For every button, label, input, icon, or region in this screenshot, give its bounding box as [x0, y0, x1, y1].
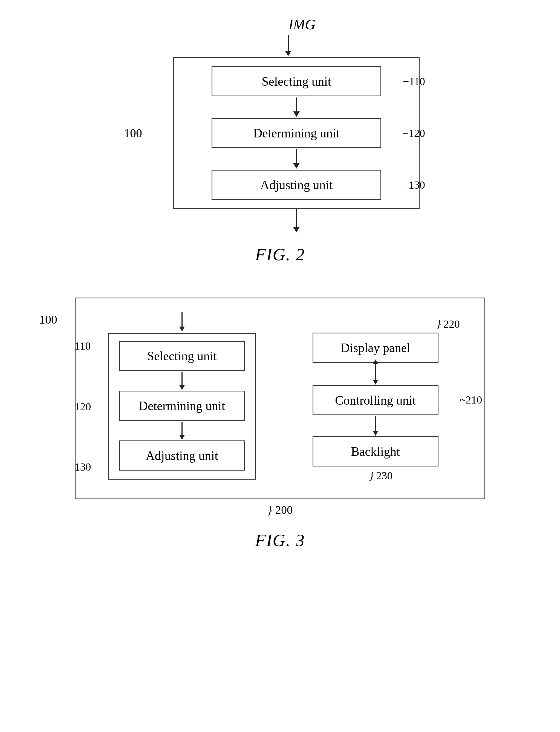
arrow-1-fig2 [296, 97, 297, 113]
main-container: IMG 100 Selecting unit −110 [34, 16, 526, 551]
adjusting-unit-box-fig2: Adjusting unit [212, 170, 381, 200]
label-100-fig2: 100 [124, 126, 142, 140]
display-panel-box: Display panel [313, 333, 438, 363]
label-220-fig3: 220 [443, 318, 460, 330]
label-200-fig3: 200 [275, 503, 293, 517]
fig3-outer-box: 110 120 130 Selecting unit [75, 298, 485, 499]
fig3-left-inner-box: 110 120 130 Selecting unit [108, 333, 256, 480]
bracket-200: } [267, 503, 272, 517]
bracket-220: } [436, 318, 441, 330]
fig2-caption: FIG. 2 [255, 244, 305, 265]
label-210-fig3: ~210 [460, 393, 482, 406]
bottom-arrow-fig2 [296, 209, 297, 228]
selecting-unit-box-fig2: Selecting unit [212, 66, 381, 96]
arrow-sel-det [181, 372, 183, 386]
fig2-diagram: IMG 100 Selecting unit −110 [34, 16, 526, 265]
ctrl-to-backlight-arrow [375, 416, 376, 431]
label-110-fig2: −110 [403, 75, 425, 88]
label-130-fig3: 130 [75, 460, 91, 473]
selecting-unit-box-fig3: Selecting unit [119, 341, 245, 371]
fig3-input-arrow [181, 312, 183, 327]
img-label: IMG [288, 16, 315, 33]
label-230-fig3: 230 [376, 469, 393, 482]
backlight-box: Backlight [313, 436, 438, 466]
controlling-unit-box: Controlling unit [313, 385, 438, 415]
fig3-left-column: 110 120 130 Selecting unit [103, 312, 261, 482]
adjusting-unit-box-fig3: Adjusting unit [119, 440, 245, 471]
label-110-fig3: 110 [75, 339, 91, 352]
arrow-det-adj [181, 422, 183, 436]
bidir-arrow [375, 364, 376, 380]
dash: − [403, 75, 409, 88]
label-120-fig3: 120 [75, 400, 91, 413]
arrow-2-fig2 [296, 149, 297, 164]
determining-unit-box-fig3: Determining unit [119, 391, 245, 421]
label-100-fig3: 100 [39, 313, 57, 327]
determining-unit-box-fig2: Determining unit [212, 118, 381, 148]
label-130-fig2: −130 [402, 178, 425, 191]
fig3-caption: FIG. 3 [255, 530, 305, 551]
fig3-right-column: } 220 ~210 Display panel [283, 312, 468, 482]
label-120-fig2: −120 [402, 127, 425, 140]
top-down-arrow [288, 35, 289, 52]
fig2-outer-box: Selecting unit −110 Determining unit −12… [173, 57, 420, 209]
fig3-diagram: 100 110 120 130 [34, 298, 526, 551]
bracket-230: } [369, 469, 374, 482]
right-col-inner: ~210 Display panel Con [307, 333, 444, 466]
